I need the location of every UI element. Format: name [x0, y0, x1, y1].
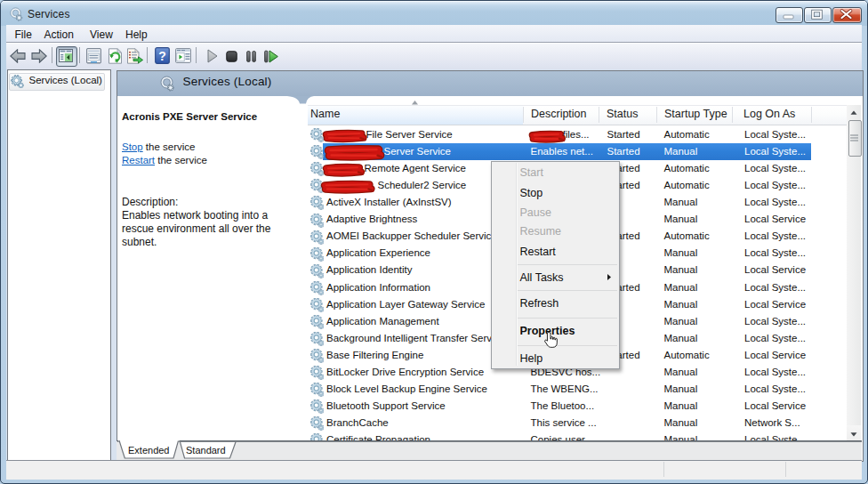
svg-text:?: ? — [158, 49, 166, 63]
